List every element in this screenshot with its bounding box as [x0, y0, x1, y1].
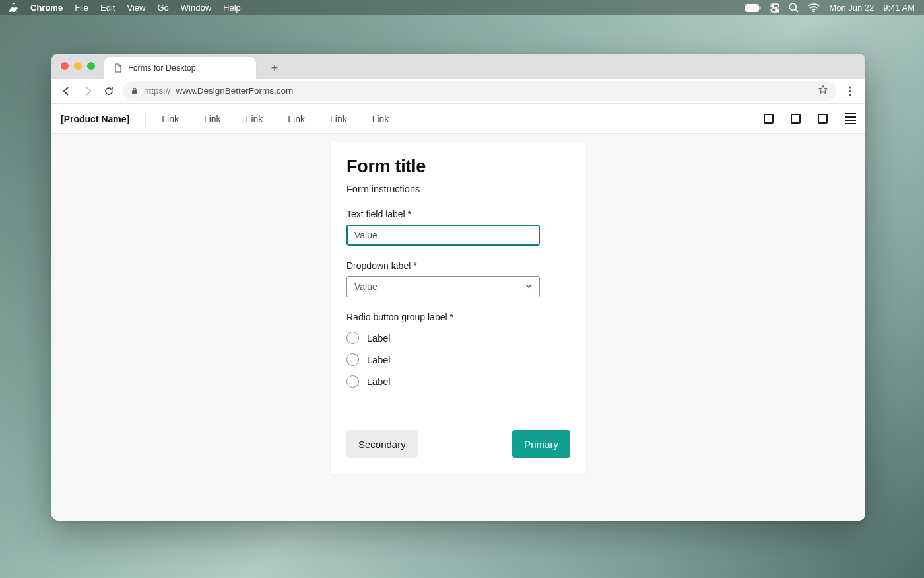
window-controls	[61, 62, 95, 70]
svg-point-12	[849, 90, 851, 92]
wifi-icon[interactable]	[808, 3, 820, 12]
lock-icon	[131, 87, 139, 95]
menubar-item-view[interactable]: View	[127, 3, 145, 13]
menubar-date[interactable]: Mon Jun 22	[829, 3, 874, 13]
svg-rect-10	[132, 90, 137, 94]
window-close-button[interactable]	[61, 62, 69, 70]
hamburger-menu-icon[interactable]	[845, 113, 856, 124]
text-field-value: Value	[354, 230, 378, 240]
radio-option[interactable]: Label	[346, 332, 570, 344]
svg-rect-2	[760, 6, 761, 9]
svg-line-8	[795, 9, 798, 12]
new-tab-button[interactable]: +	[265, 59, 284, 77]
radio-label: Label	[367, 355, 390, 365]
browser-toolbar: https:// www.DesignBetterForms.com	[51, 79, 865, 104]
browser-window: Forms for Desktop + https:// www.DesignB…	[51, 54, 865, 521]
app-navbar: [Product Name] Link Link Link Link Link …	[51, 104, 865, 134]
svg-point-13	[849, 94, 851, 96]
menubar-app-name[interactable]: Chrome	[30, 3, 63, 13]
form-card: Form title Form instructions Text field …	[331, 142, 586, 474]
url-host: www.DesignBetterForms.com	[176, 86, 294, 96]
browser-tab[interactable]: Forms for Desktop	[104, 57, 256, 79]
secondary-button[interactable]: Secondary	[346, 430, 418, 458]
form-instructions: Form instructions	[346, 184, 570, 194]
browser-tabstrip: Forms for Desktop +	[51, 54, 865, 79]
dropdown-group: Dropdown label * Value	[346, 260, 570, 297]
window-zoom-button[interactable]	[87, 62, 95, 70]
svg-point-11	[849, 86, 851, 88]
radio-label: Label	[367, 377, 390, 387]
radio-option[interactable]: Label	[346, 353, 570, 366]
control-center-icon[interactable]	[770, 3, 779, 13]
menubar-item-edit[interactable]: Edit	[100, 3, 115, 13]
menubar-time[interactable]: 9:41 AM	[883, 3, 915, 13]
text-field-label: Text field label *	[346, 209, 570, 219]
url-protocol: https://	[144, 86, 171, 96]
radio-icon	[346, 332, 359, 344]
battery-icon[interactable]	[745, 4, 761, 12]
reload-button[interactable]	[102, 84, 116, 98]
menubar-item-file[interactable]: File	[75, 3, 88, 13]
svg-point-7	[790, 3, 797, 10]
svg-point-6	[776, 9, 777, 11]
back-button[interactable]	[59, 84, 74, 98]
nav-link[interactable]: Link	[204, 114, 221, 124]
appbar-square-icon[interactable]	[764, 114, 774, 124]
radio-icon	[346, 353, 359, 366]
radio-icon	[346, 375, 359, 388]
dropdown-label: Dropdown label *	[346, 260, 570, 271]
address-bar[interactable]: https:// www.DesignBetterForms.com	[123, 81, 836, 101]
primary-button[interactable]: Primary	[512, 430, 570, 458]
svg-point-9	[813, 11, 814, 12]
text-field-input[interactable]: Value	[346, 225, 540, 246]
svg-rect-1	[746, 5, 758, 11]
nav-link[interactable]: Link	[330, 114, 347, 124]
form-actions: Secondary Primary	[346, 430, 570, 458]
page: [Product Name] Link Link Link Link Link …	[51, 104, 865, 521]
text-field-group: Text field label * Value	[346, 209, 570, 246]
radio-group: Radio button group label * Label Label L…	[346, 312, 570, 388]
bookmark-star-icon[interactable]	[818, 85, 828, 97]
menubar-item-window[interactable]: Window	[181, 3, 211, 13]
nav-link[interactable]: Link	[372, 114, 389, 124]
nav-link[interactable]: Link	[162, 114, 179, 124]
dropdown-value: Value	[354, 281, 378, 292]
appbar-square-icon[interactable]	[791, 114, 801, 124]
svg-point-5	[772, 5, 774, 6]
radio-label: Label	[367, 333, 390, 343]
menubar-item-help[interactable]: Help	[223, 3, 241, 13]
radio-option[interactable]: Label	[346, 375, 570, 388]
dropdown-select[interactable]: Value	[346, 276, 540, 297]
apple-icon[interactable]	[9, 3, 18, 13]
document-icon	[114, 63, 123, 73]
page-content: Form title Form instructions Text field …	[51, 134, 865, 521]
radio-group-label: Radio button group label *	[346, 312, 570, 322]
divider	[145, 112, 146, 126]
nav-links: Link Link Link Link Link Link	[162, 114, 389, 124]
form-title: Form title	[346, 157, 570, 177]
tab-title: Forms for Desktop	[128, 63, 196, 73]
nav-link[interactable]: Link	[246, 114, 263, 124]
nav-link[interactable]: Link	[288, 114, 305, 124]
menubar-item-go[interactable]: Go	[157, 3, 168, 13]
browser-menu-button[interactable]	[843, 84, 857, 98]
window-minimize-button[interactable]	[74, 62, 82, 70]
product-name: [Product Name]	[61, 114, 145, 124]
forward-button[interactable]	[81, 84, 95, 98]
search-icon[interactable]	[789, 3, 799, 13]
macos-menubar: Chrome File Edit View Go Window Help Mon…	[0, 0, 924, 15]
chevron-down-icon	[525, 281, 533, 292]
appbar-square-icon[interactable]	[818, 114, 828, 124]
